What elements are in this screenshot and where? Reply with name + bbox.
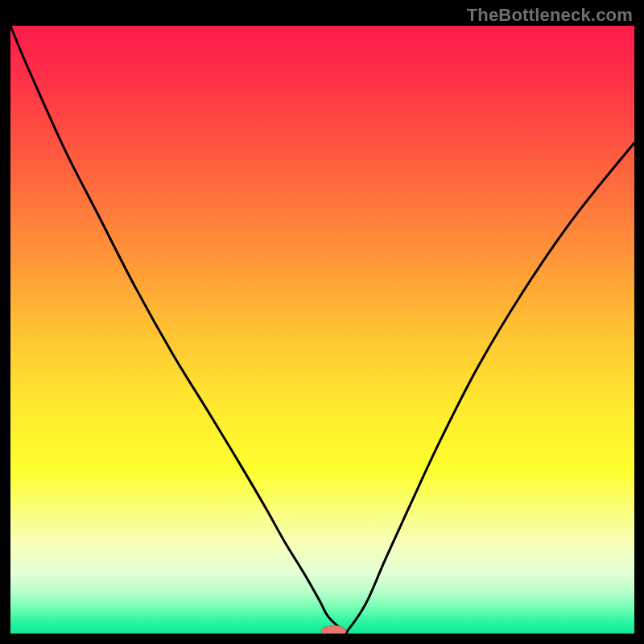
minimum-marker — [321, 625, 346, 634]
gradient-background — [10, 26, 634, 634]
chart-svg — [10, 26, 634, 634]
chart-container: TheBottleneck.com — [0, 0, 644, 644]
watermark-text: TheBottleneck.com — [467, 5, 633, 26]
chart-plot-area — [10, 26, 634, 634]
